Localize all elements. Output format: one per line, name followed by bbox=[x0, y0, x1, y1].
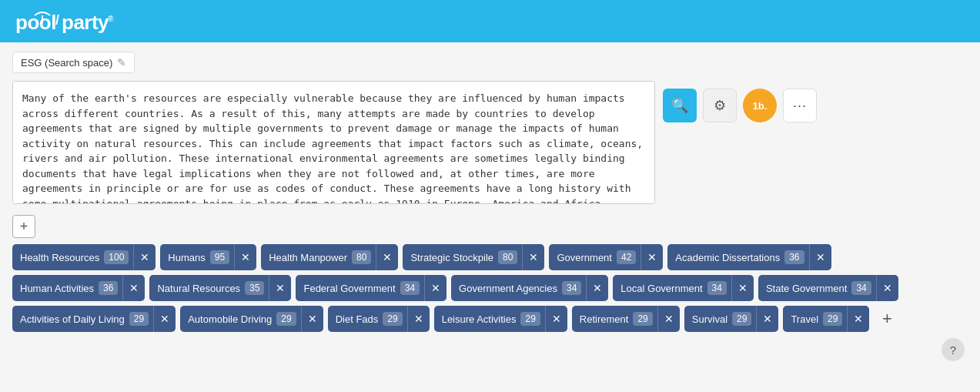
tag-item: Automobile Driving 29 ✕ bbox=[180, 306, 323, 332]
tag-item: Natural Resources 35 ✕ bbox=[149, 275, 291, 301]
tag-count: 34 bbox=[851, 281, 871, 295]
tag-label: Government bbox=[557, 252, 612, 263]
tag-item: Activities of Daily Living 29 ✕ bbox=[12, 306, 176, 332]
tag-label: Strategic Stockpile bbox=[410, 252, 493, 263]
tag-label: Academic Dissertations bbox=[675, 252, 780, 263]
tag-count: 34 bbox=[562, 281, 581, 295]
toolbar-top-row: 🔍 ⚙ 1b. ··· bbox=[663, 89, 817, 122]
tag-close-button[interactable]: ✕ bbox=[731, 275, 754, 301]
tag-count: 29 bbox=[520, 312, 540, 326]
tag-label: Retirement bbox=[580, 313, 629, 325]
tag-item: Academic Dissertations 36 ✕ bbox=[667, 244, 831, 270]
tag-item: Local Government 34 ✕ bbox=[613, 275, 754, 301]
search-button[interactable]: 🔍 bbox=[663, 89, 697, 122]
tag-item: Travel 29 ✕ bbox=[783, 306, 869, 332]
tag-close-button[interactable]: ✕ bbox=[153, 306, 176, 332]
tag-label: Government Agencies bbox=[459, 283, 557, 294]
tag-count: 29 bbox=[633, 312, 652, 326]
tags-area: Health Resources 100 ✕ Humans 95 ✕ Healt… bbox=[12, 244, 936, 332]
tag-item: Federal Government 34 ✕ bbox=[296, 275, 447, 301]
tag-label: Local Government bbox=[620, 283, 702, 294]
plus-icon: + bbox=[20, 219, 28, 235]
search-space-label: ESG (Search space) bbox=[21, 57, 112, 69]
tag-close-button[interactable]: ✕ bbox=[876, 275, 898, 301]
more-icon: ··· bbox=[793, 98, 807, 114]
tag-close-button[interactable]: ✕ bbox=[376, 244, 398, 270]
question-icon: ? bbox=[950, 343, 956, 357]
tag-label: Survival bbox=[692, 313, 727, 325]
edit-icon[interactable]: ✎ bbox=[117, 56, 126, 69]
tag-label: Leisure Activities bbox=[442, 313, 517, 325]
add-section-button[interactable]: + bbox=[12, 215, 35, 238]
tag-item: Government 42 ✕ bbox=[549, 244, 663, 270]
tag-close-button[interactable]: ✕ bbox=[545, 306, 567, 332]
gear-icon: ⚙ bbox=[714, 97, 726, 114]
tag-label: Health Resources bbox=[20, 252, 99, 263]
help-button[interactable]: ? bbox=[942, 338, 965, 361]
tag-item: Retirement 29 ✕ bbox=[572, 306, 680, 332]
tag-close-button[interactable]: ✕ bbox=[424, 275, 447, 301]
tag-close-button[interactable]: ✕ bbox=[301, 306, 323, 332]
more-button[interactable]: ··· bbox=[783, 89, 817, 122]
badge-button[interactable]: 1b. bbox=[743, 89, 777, 122]
tag-close-button[interactable]: ✕ bbox=[407, 306, 430, 332]
tag-label: Travel bbox=[791, 313, 818, 325]
settings-button[interactable]: ⚙ bbox=[703, 89, 737, 122]
tag-count: 36 bbox=[784, 250, 804, 264]
svg-text:party: party bbox=[62, 11, 109, 34]
tag-label: Humans bbox=[168, 252, 205, 263]
svg-text:®: ® bbox=[108, 15, 114, 23]
main-textarea[interactable]: Many of the earth's resources are especi… bbox=[12, 81, 655, 204]
content-row: Many of the earth's resources are especi… bbox=[12, 81, 968, 207]
tag-label: State Government bbox=[766, 283, 848, 294]
tag-label: Activities of Daily Living bbox=[20, 313, 125, 325]
tag-close-button[interactable]: ✕ bbox=[522, 244, 544, 270]
add-btn-row: + bbox=[12, 215, 968, 238]
tag-close-button[interactable]: ✕ bbox=[234, 244, 256, 270]
badge-label: 1b. bbox=[753, 100, 768, 112]
tag-count: 95 bbox=[210, 250, 229, 264]
tag-close-button[interactable]: ✕ bbox=[809, 244, 831, 270]
tag-label: Automobile Driving bbox=[188, 313, 272, 325]
tag-count: 34 bbox=[400, 281, 420, 295]
tag-label: Natural Resources bbox=[157, 283, 240, 294]
tag-close-button[interactable]: ✕ bbox=[641, 244, 663, 270]
tag-close-button[interactable]: ✕ bbox=[133, 244, 156, 270]
tag-label: Diet Fads bbox=[336, 313, 379, 325]
tag-label: Federal Government bbox=[303, 283, 395, 294]
tag-count: 42 bbox=[617, 250, 636, 264]
tag-count: 35 bbox=[245, 281, 264, 295]
tag-label: Health Manpower bbox=[269, 252, 347, 263]
tag-label: Human Activities bbox=[20, 283, 94, 294]
search-icon: 🔍 bbox=[671, 97, 688, 114]
tag-item: Diet Fads 29 ✕ bbox=[328, 306, 430, 332]
tag-count: 29 bbox=[383, 312, 402, 326]
tag-item: Government Agencies 34 ✕ bbox=[451, 275, 608, 301]
tag-item: State Government 34 ✕ bbox=[758, 275, 898, 301]
tag-close-button[interactable]: ✕ bbox=[269, 275, 291, 301]
tag-item: Survival 29 ✕ bbox=[684, 306, 779, 332]
tag-count: 80 bbox=[498, 250, 517, 264]
tag-close-button[interactable]: ✕ bbox=[847, 306, 869, 332]
tag-item: Health Resources 100 ✕ bbox=[12, 244, 156, 270]
tag-close-button[interactable]: ✕ bbox=[122, 275, 145, 301]
tag-close-button[interactable]: ✕ bbox=[586, 275, 608, 301]
tag-item: Humans 95 ✕ bbox=[160, 244, 256, 270]
tag-count: 34 bbox=[707, 281, 727, 295]
tag-count: 100 bbox=[104, 250, 129, 264]
tag-item: Strategic Stockpile 80 ✕ bbox=[403, 244, 544, 270]
tag-close-button[interactable]: ✕ bbox=[756, 306, 778, 332]
tag-item: Human Activities 36 ✕ bbox=[12, 275, 145, 301]
tag-count: 36 bbox=[99, 281, 118, 295]
tag-count: 80 bbox=[352, 250, 371, 264]
add-more-tags-button[interactable]: + bbox=[874, 306, 900, 332]
header: pool / party ® bbox=[0, 0, 980, 42]
help-icon-wrapper: ? bbox=[942, 338, 965, 361]
tag-close-button[interactable]: ✕ bbox=[657, 306, 680, 332]
logo: pool / party ® bbox=[15, 8, 115, 35]
tag-count: 29 bbox=[276, 312, 296, 326]
tag-item: Leisure Activities 29 ✕ bbox=[434, 306, 567, 332]
svg-text:/: / bbox=[55, 12, 59, 28]
text-area-wrapper: Many of the earth's resources are especi… bbox=[12, 81, 655, 207]
tag-count: 29 bbox=[823, 312, 842, 326]
